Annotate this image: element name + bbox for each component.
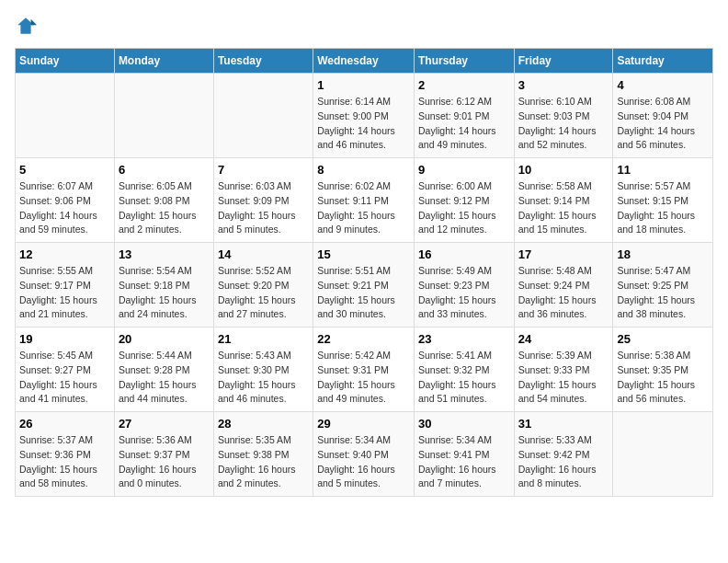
- day-number: 16: [418, 247, 510, 261]
- day-info: Sunrise: 5:36 AMSunset: 9:37 PMDaylight:…: [119, 433, 210, 491]
- day-info: Sunrise: 6:07 AMSunset: 9:06 PMDaylight:…: [19, 179, 110, 237]
- day-number: 23: [418, 332, 510, 346]
- calendar-cell: 3Sunrise: 6:10 AMSunset: 9:03 PMDaylight…: [514, 74, 613, 158]
- day-info: Sunrise: 5:55 AMSunset: 9:17 PMDaylight:…: [19, 264, 110, 322]
- day-info: Sunrise: 6:00 AMSunset: 9:12 PMDaylight:…: [418, 179, 510, 237]
- day-number: 2: [418, 78, 510, 92]
- day-number: 31: [518, 417, 609, 431]
- calendar-cell: 8Sunrise: 6:02 AMSunset: 9:11 PMDaylight…: [313, 158, 415, 243]
- day-number: 10: [518, 163, 609, 177]
- calendar-cell: 16Sunrise: 5:49 AMSunset: 9:23 PMDayligh…: [414, 243, 514, 327]
- day-info: Sunrise: 5:47 AMSunset: 9:25 PMDaylight:…: [617, 264, 709, 322]
- calendar-cell: 23Sunrise: 5:41 AMSunset: 9:32 PMDayligh…: [414, 327, 514, 412]
- day-info: Sunrise: 6:05 AMSunset: 9:08 PMDaylight:…: [119, 179, 210, 237]
- calendar-cell: 2Sunrise: 6:12 AMSunset: 9:01 PMDaylight…: [414, 74, 514, 158]
- calendar-cell: 17Sunrise: 5:48 AMSunset: 9:24 PMDayligh…: [514, 243, 613, 327]
- day-info: Sunrise: 6:02 AMSunset: 9:11 PMDaylight:…: [317, 179, 410, 237]
- weekday-header-wednesday: Wednesday: [313, 49, 415, 74]
- calendar-week-row: 26Sunrise: 5:37 AMSunset: 9:36 PMDayligh…: [16, 412, 713, 497]
- calendar-cell: 26Sunrise: 5:37 AMSunset: 9:36 PMDayligh…: [16, 412, 115, 497]
- day-info: Sunrise: 6:03 AMSunset: 9:09 PMDaylight:…: [218, 179, 309, 237]
- weekday-header-sunday: Sunday: [16, 49, 115, 74]
- weekday-header-row: SundayMondayTuesdayWednesdayThursdayFrid…: [16, 49, 713, 74]
- calendar-body: 1Sunrise: 6:14 AMSunset: 9:00 PMDaylight…: [16, 74, 713, 497]
- day-number: 13: [119, 247, 210, 261]
- calendar-cell: [16, 74, 115, 158]
- weekday-header-saturday: Saturday: [613, 49, 713, 74]
- day-number: 18: [617, 247, 709, 261]
- day-info: Sunrise: 5:51 AMSunset: 9:21 PMDaylight:…: [317, 264, 410, 322]
- calendar-cell: 13Sunrise: 5:54 AMSunset: 9:18 PMDayligh…: [114, 243, 213, 327]
- calendar-cell: 22Sunrise: 5:42 AMSunset: 9:31 PMDayligh…: [313, 327, 415, 412]
- calendar-week-row: 12Sunrise: 5:55 AMSunset: 9:17 PMDayligh…: [16, 243, 713, 327]
- day-number: 6: [119, 163, 210, 177]
- day-number: 22: [317, 332, 410, 346]
- calendar-cell: 18Sunrise: 5:47 AMSunset: 9:25 PMDayligh…: [613, 243, 713, 327]
- calendar-cell: 4Sunrise: 6:08 AMSunset: 9:04 PMDaylight…: [613, 74, 713, 158]
- day-info: Sunrise: 5:41 AMSunset: 9:32 PMDaylight:…: [418, 349, 510, 407]
- calendar-cell: 5Sunrise: 6:07 AMSunset: 9:06 PMDaylight…: [16, 158, 115, 243]
- svg-marker-1: [31, 19, 37, 25]
- day-number: 7: [218, 163, 309, 177]
- calendar-week-row: 1Sunrise: 6:14 AMSunset: 9:00 PMDaylight…: [16, 74, 713, 158]
- day-info: Sunrise: 5:52 AMSunset: 9:20 PMDaylight:…: [218, 264, 309, 322]
- day-number: 4: [617, 78, 709, 92]
- day-info: Sunrise: 5:38 AMSunset: 9:35 PMDaylight:…: [617, 349, 709, 407]
- calendar-cell: 19Sunrise: 5:45 AMSunset: 9:27 PMDayligh…: [16, 327, 115, 412]
- calendar-cell: [613, 412, 713, 497]
- calendar-cell: 10Sunrise: 5:58 AMSunset: 9:14 PMDayligh…: [514, 158, 613, 243]
- calendar-cell: [213, 74, 313, 158]
- day-number: 1: [317, 78, 410, 92]
- calendar-cell: 7Sunrise: 6:03 AMSunset: 9:09 PMDaylight…: [213, 158, 313, 243]
- day-number: 15: [317, 247, 410, 261]
- calendar-table: SundayMondayTuesdayWednesdayThursdayFrid…: [15, 48, 713, 497]
- day-number: 9: [418, 163, 510, 177]
- day-number: 3: [518, 78, 609, 92]
- calendar-cell: 12Sunrise: 5:55 AMSunset: 9:17 PMDayligh…: [16, 243, 115, 327]
- calendar-cell: 1Sunrise: 6:14 AMSunset: 9:00 PMDaylight…: [313, 74, 415, 158]
- day-info: Sunrise: 5:42 AMSunset: 9:31 PMDaylight:…: [317, 349, 410, 407]
- calendar-cell: 6Sunrise: 6:05 AMSunset: 9:08 PMDaylight…: [114, 158, 213, 243]
- day-info: Sunrise: 5:49 AMSunset: 9:23 PMDaylight:…: [418, 264, 510, 322]
- day-info: Sunrise: 5:37 AMSunset: 9:36 PMDaylight:…: [19, 433, 110, 491]
- weekday-header-monday: Monday: [114, 49, 213, 74]
- day-info: Sunrise: 6:08 AMSunset: 9:04 PMDaylight:…: [617, 95, 709, 153]
- day-info: Sunrise: 5:54 AMSunset: 9:18 PMDaylight:…: [119, 264, 210, 322]
- calendar-cell: 15Sunrise: 5:51 AMSunset: 9:21 PMDayligh…: [313, 243, 415, 327]
- day-number: 29: [317, 417, 410, 431]
- day-number: 12: [19, 247, 110, 261]
- day-number: 26: [19, 417, 110, 431]
- day-info: Sunrise: 5:35 AMSunset: 9:38 PMDaylight:…: [218, 433, 309, 491]
- day-number: 8: [317, 163, 410, 177]
- calendar-header: SundayMondayTuesdayWednesdayThursdayFrid…: [16, 49, 713, 74]
- day-info: Sunrise: 5:58 AMSunset: 9:14 PMDaylight:…: [518, 179, 609, 237]
- weekday-header-thursday: Thursday: [414, 49, 514, 74]
- calendar-cell: 14Sunrise: 5:52 AMSunset: 9:20 PMDayligh…: [213, 243, 313, 327]
- day-number: 28: [218, 417, 309, 431]
- day-info: Sunrise: 5:48 AMSunset: 9:24 PMDaylight:…: [518, 264, 609, 322]
- calendar-cell: 24Sunrise: 5:39 AMSunset: 9:33 PMDayligh…: [514, 327, 613, 412]
- day-number: 17: [518, 247, 609, 261]
- calendar-cell: [114, 74, 213, 158]
- day-number: 20: [119, 332, 210, 346]
- logo-icon: [15, 15, 37, 37]
- calendar-cell: 28Sunrise: 5:35 AMSunset: 9:38 PMDayligh…: [213, 412, 313, 497]
- calendar-cell: 30Sunrise: 5:34 AMSunset: 9:41 PMDayligh…: [414, 412, 514, 497]
- day-info: Sunrise: 5:44 AMSunset: 9:28 PMDaylight:…: [119, 349, 210, 407]
- day-info: Sunrise: 5:34 AMSunset: 9:40 PMDaylight:…: [317, 433, 410, 491]
- page-header: [15, 15, 713, 37]
- day-info: Sunrise: 5:43 AMSunset: 9:30 PMDaylight:…: [218, 349, 309, 407]
- day-info: Sunrise: 5:39 AMSunset: 9:33 PMDaylight:…: [518, 349, 609, 407]
- day-number: 14: [218, 247, 309, 261]
- calendar-cell: 27Sunrise: 5:36 AMSunset: 9:37 PMDayligh…: [114, 412, 213, 497]
- day-info: Sunrise: 6:12 AMSunset: 9:01 PMDaylight:…: [418, 95, 510, 153]
- day-number: 24: [518, 332, 609, 346]
- calendar-cell: 20Sunrise: 5:44 AMSunset: 9:28 PMDayligh…: [114, 327, 213, 412]
- calendar-cell: 21Sunrise: 5:43 AMSunset: 9:30 PMDayligh…: [213, 327, 313, 412]
- calendar-week-row: 5Sunrise: 6:07 AMSunset: 9:06 PMDaylight…: [16, 158, 713, 243]
- day-number: 19: [19, 332, 110, 346]
- day-number: 21: [218, 332, 309, 346]
- day-number: 30: [418, 417, 510, 431]
- day-number: 25: [617, 332, 709, 346]
- day-number: 5: [19, 163, 110, 177]
